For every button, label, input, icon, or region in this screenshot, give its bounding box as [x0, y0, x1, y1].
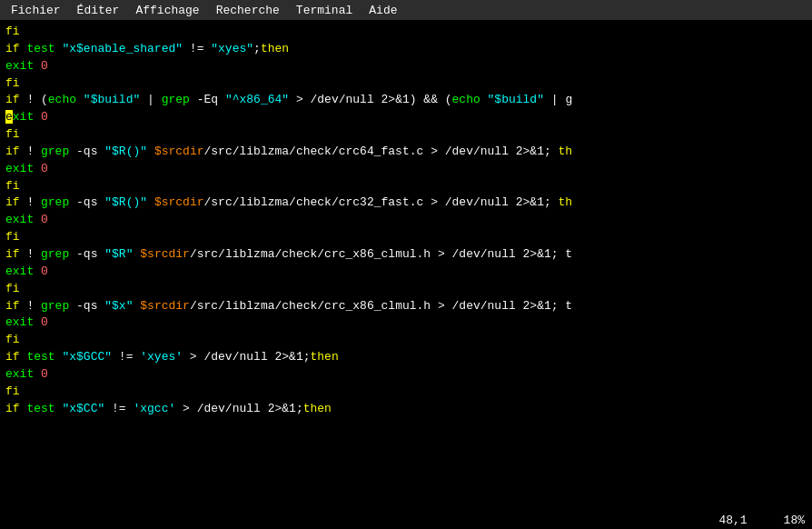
line-13: fi: [5, 229, 807, 246]
line-18: exit 0: [5, 314, 807, 332]
editor: fi if test "x$enable_shared" != "xyes";t…: [0, 20, 812, 511]
menu-affichage[interactable]: Affichage: [128, 2, 206, 19]
line-16: fi: [5, 281, 807, 298]
line-17: if ! grep -qs "$x" $srcdir/src/liblzma/c…: [5, 298, 807, 315]
line-1: fi: [5, 24, 807, 41]
line-6: exit 0: [5, 109, 807, 126]
line-9: exit 0: [5, 161, 807, 178]
line-11: if ! grep -qs "$R()" $srcdir/src/liblzma…: [5, 195, 807, 212]
line-3: exit 0: [5, 58, 807, 75]
line-10: fi: [5, 178, 807, 195]
menu-aide[interactable]: Aide: [361, 2, 404, 19]
scroll-percent: 18%: [784, 514, 805, 527]
line-5: if ! (echo "$build" | grep -Eq "^x86_64"…: [5, 92, 807, 109]
menu-terminal[interactable]: Terminal: [289, 2, 360, 19]
menu-editer[interactable]: Éditer: [70, 2, 127, 19]
line-23: if test "x$CC" != 'xgcc' > /dev/null 2>&…: [5, 401, 807, 418]
line-12: exit 0: [5, 212, 807, 229]
line-14: if ! grep -qs "$R" $srcdir/src/liblzma/c…: [5, 246, 807, 264]
line-21: exit 0: [5, 366, 807, 384]
menu-fichier[interactable]: Fichier: [4, 2, 68, 19]
line-4: fi: [5, 75, 807, 93]
line-8: if ! grep -qs "$R()" $srcdir/src/liblzma…: [5, 144, 807, 161]
line-19: fi: [5, 332, 807, 349]
cursor-position: 48,1: [718, 514, 747, 527]
line-20: if test "x$GCC" != 'xyes' > /dev/null 2>…: [5, 349, 807, 366]
statusbar: 48,1 18%: [0, 511, 812, 529]
line-7: fi: [5, 126, 807, 144]
menu-recherche[interactable]: Recherche: [209, 2, 287, 19]
line-22: fi: [5, 384, 807, 401]
menubar: Fichier Éditer Affichage Recherche Termi…: [0, 0, 812, 20]
line-2: if test "x$enable_shared" != "xyes";then: [5, 41, 807, 58]
line-15: exit 0: [5, 264, 807, 281]
